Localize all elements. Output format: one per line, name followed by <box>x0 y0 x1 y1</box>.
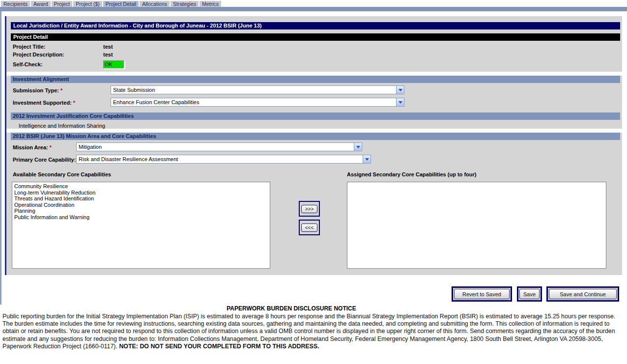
investment-supported-selected-value: Enhance Fusion Center Capabilities <box>111 99 396 105</box>
mission-area-selected-value: Mitigation <box>77 144 354 150</box>
chevron-down-icon <box>399 89 402 91</box>
save-button-frame: Save <box>517 286 542 302</box>
available-capabilities-label: Available Secondary Core Capabilities <box>13 171 111 177</box>
revert-to-saved-button[interactable]: Revert to Saved <box>454 289 510 299</box>
list-item[interactable]: Operational Coordination <box>12 202 270 208</box>
save-button[interactable]: Save <box>519 289 540 299</box>
available-capabilities-listbox[interactable]: Community Resilience Long-term Vulnerabi… <box>12 182 270 269</box>
list-item[interactable]: Planning <box>12 208 270 214</box>
chevron-down-icon <box>365 158 369 161</box>
primary-core-capability-selected-value: Risk and Disaster Resilience Assessment <box>77 156 363 162</box>
self-check-status-field[interactable]: OK <box>103 60 125 69</box>
save-continue-button-frame: Save and Continue <box>546 286 619 302</box>
assigned-capabilities-label: Assigned Secondary Core Capabilities (up… <box>347 171 476 177</box>
investment-supported-dropdown[interactable]: Enhance Fusion Center Capabilities <box>111 98 404 107</box>
assign-capability-button-frame: >>> <box>299 201 320 217</box>
revert-button-frame: Revert to Saved <box>452 286 512 302</box>
ij-core-capability-value: Intelligence and Information Sharing <box>19 123 105 129</box>
chevron-down-icon <box>356 146 360 148</box>
save-and-continue-button[interactable]: Save and Continue <box>549 289 617 299</box>
submission-type-label: Submission Type: <box>13 87 59 93</box>
dropdown-button[interactable] <box>363 155 370 163</box>
required-asterisk: * <box>60 87 62 93</box>
chevron-down-icon <box>399 101 402 104</box>
project-title-label: Project Title: <box>13 44 45 50</box>
paperwork-notice-body: Public reporting burden for the Initial … <box>2 313 625 350</box>
ij-core-capabilities-header: 2012 Investment Justification Core Capab… <box>11 112 620 120</box>
dropdown-button[interactable] <box>396 86 404 94</box>
paperwork-notice-title: PAPERWORK BURDEN DISCLOSURE NOTICE <box>0 305 583 312</box>
mission-area-label: Mission Area: <box>13 144 48 150</box>
investment-supported-label: Investment Supported: <box>13 100 72 106</box>
dropdown-button[interactable] <box>354 143 362 151</box>
tab-underline-bar <box>0 7 627 11</box>
project-detail-header: Project Detail <box>11 33 620 41</box>
list-item[interactable]: Long-term Vulnerability Reduction <box>12 190 270 196</box>
remove-capability-button-frame: <<< <box>299 220 320 235</box>
list-item[interactable]: Threats and Hazard Identification <box>12 196 270 202</box>
self-check-label: Self-Check: <box>13 61 43 67</box>
project-title-value: test <box>103 44 113 50</box>
page-left-border <box>0 11 1 305</box>
investment-alignment-header: Investment Alignment <box>11 76 620 83</box>
notice-note: NOTE: DO NOT SEND YOUR COMPLETED FORM TO… <box>119 343 319 350</box>
mission-area-dropdown[interactable]: Mitigation <box>76 142 362 151</box>
project-description-value: test <box>103 52 113 57</box>
remove-capability-button[interactable]: <<< <box>301 224 317 232</box>
page: Recipients Award Project Project ($) Pro… <box>0 0 627 364</box>
project-description-label: Project Description: <box>13 52 64 57</box>
primary-core-capability-dropdown[interactable]: Risk and Disaster Resilience Assessment <box>76 155 371 164</box>
submission-type-selected-value: State Submission <box>111 87 396 93</box>
award-info-title-bar: Local Jurisdiction / Entity Award Inform… <box>11 22 620 29</box>
bsir-mission-area-header: 2012 BSIR (June 13) Mission Area and Cor… <box>11 133 620 140</box>
list-item[interactable]: Public Information and Warning <box>12 214 270 221</box>
form-panel: Local Jurisdiction / Entity Award Inform… <box>5 16 622 275</box>
assign-capability-button[interactable]: >>> <box>301 205 317 213</box>
primary-core-capability-label: Primary Core Capability: <box>13 157 76 163</box>
dropdown-button[interactable] <box>396 98 404 106</box>
required-asterisk: * <box>50 144 52 150</box>
list-item[interactable]: Community Resilience <box>12 183 270 190</box>
section-divider <box>6 129 622 133</box>
required-asterisk: * <box>73 100 75 106</box>
submission-type-dropdown[interactable]: State Submission <box>111 85 404 94</box>
assigned-capabilities-listbox[interactable] <box>347 182 606 269</box>
section-divider <box>6 72 622 76</box>
